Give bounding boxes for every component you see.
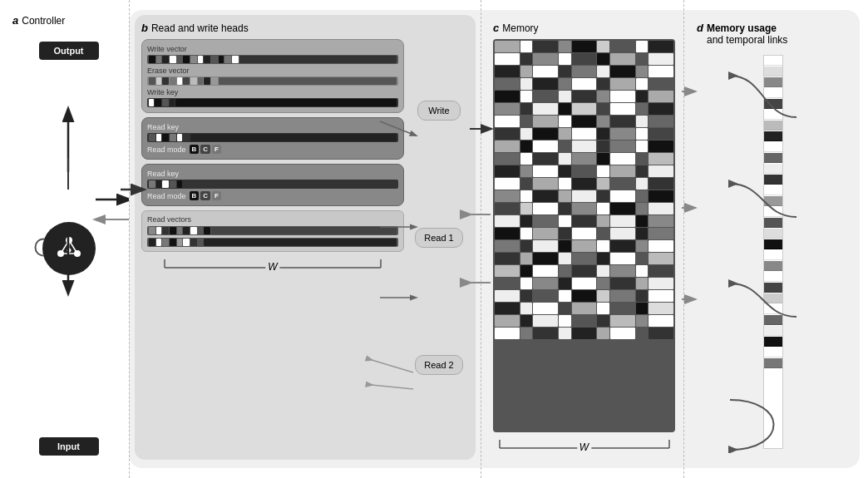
panel-c-label: c [493, 22, 499, 34]
read-head-1-box: Read key Read mode [141, 117, 404, 160]
self-loop-icon [31, 235, 47, 260]
write-vector-strip [147, 55, 398, 64]
panel-a-title: Controller [22, 15, 65, 27]
output-box: Output [39, 42, 99, 60]
panel-c: c Memory [486, 15, 682, 460]
panel-b-label: b [141, 22, 148, 34]
neural-network-circle [42, 222, 96, 275]
write-key-label: Write key [147, 88, 398, 96]
mode-f-badge: F [212, 145, 221, 154]
read-key-1-label: Read key [147, 123, 398, 131]
neural-icon [52, 232, 86, 265]
panel-d-title: Memory usage [707, 22, 787, 34]
read-mode-1-label: Read mode [147, 145, 186, 154]
write-button[interactable]: Write [417, 101, 460, 121]
panel-c-title: Memory [502, 22, 538, 34]
write-head-box: Write vector [141, 39, 404, 113]
panel-a: a Controller Output [8, 10, 129, 468]
panel-d-label: d [697, 22, 703, 34]
read-key-2-label: Read key [147, 170, 398, 178]
read-vectors-label: Read vectors [147, 215, 398, 224]
w-label-mem: W [577, 441, 591, 453]
panel-a-label: a [12, 14, 18, 27]
panel-d: d Memory usage and temporal links [690, 15, 856, 460]
panel-b: b Read and write heads Write vector [135, 15, 476, 460]
write-vector-label: Write vector [147, 45, 398, 53]
panel-d-subtitle: and temporal links [707, 34, 787, 46]
erase-vector-label: Erase vector [147, 67, 398, 75]
write-key-strip [147, 98, 398, 107]
usage-strip [763, 55, 783, 449]
mode-b-2-badge: B [190, 191, 200, 200]
read-vectors-box: Read vectors [141, 210, 404, 252]
read1-button[interactable]: Read 1 [415, 228, 462, 248]
read2-button[interactable]: Read 2 [415, 355, 462, 375]
mode-c-badge: C [200, 145, 210, 154]
svg-point-7 [67, 249, 71, 253]
read-head-2-box: Read key Read mode B [141, 164, 404, 206]
input-box: Input [39, 437, 99, 456]
read-mode-2-label: Read mode [147, 192, 186, 200]
erase-vector-strip [147, 76, 398, 86]
mode-c-2-badge: C [200, 191, 210, 200]
mode-f-2-badge: F [212, 191, 221, 200]
memory-grid: N [493, 39, 675, 432]
panel-b-title: Read and write heads [151, 22, 249, 34]
mode-b-badge: B [190, 145, 200, 154]
temporal-link-arrows [722, 51, 855, 453]
w-label-b: W [265, 261, 279, 273]
